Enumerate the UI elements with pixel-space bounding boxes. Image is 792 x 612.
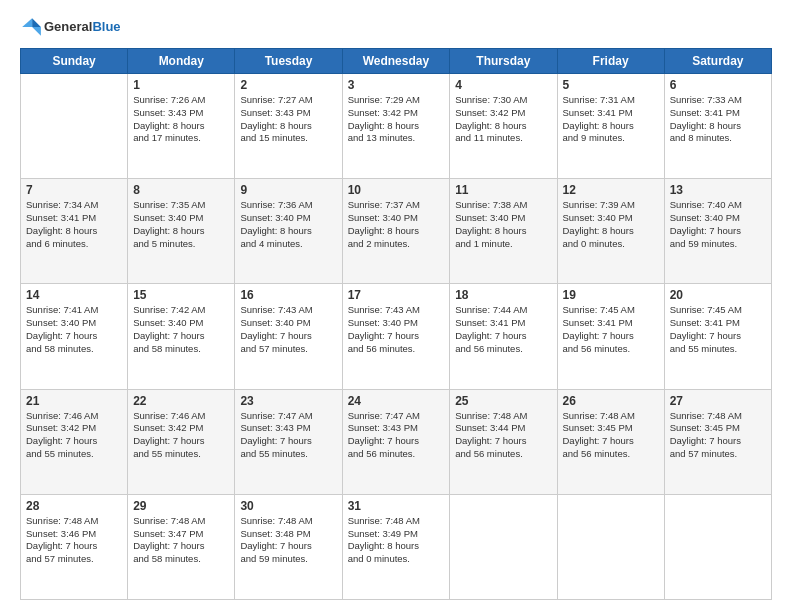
logo-text: GeneralBlue <box>44 19 121 35</box>
day-number: 25 <box>455 394 551 408</box>
calendar-cell: 27Sunrise: 7:48 AMSunset: 3:45 PMDayligh… <box>664 389 771 494</box>
day-number: 1 <box>133 78 229 92</box>
calendar-cell: 25Sunrise: 7:48 AMSunset: 3:44 PMDayligh… <box>450 389 557 494</box>
weekday-header-sunday: Sunday <box>21 49 128 74</box>
day-number: 21 <box>26 394 122 408</box>
calendar-cell: 3Sunrise: 7:29 AMSunset: 3:42 PMDaylight… <box>342 74 450 179</box>
calendar-cell <box>21 74 128 179</box>
day-number: 23 <box>240 394 336 408</box>
day-info: Sunrise: 7:48 AMSunset: 3:48 PMDaylight:… <box>240 515 336 566</box>
calendar-cell: 4Sunrise: 7:30 AMSunset: 3:42 PMDaylight… <box>450 74 557 179</box>
weekday-header-row: SundayMondayTuesdayWednesdayThursdayFrid… <box>21 49 772 74</box>
calendar-cell: 7Sunrise: 7:34 AMSunset: 3:41 PMDaylight… <box>21 179 128 284</box>
calendar-cell: 13Sunrise: 7:40 AMSunset: 3:40 PMDayligh… <box>664 179 771 284</box>
calendar-cell: 12Sunrise: 7:39 AMSunset: 3:40 PMDayligh… <box>557 179 664 284</box>
day-info: Sunrise: 7:47 AMSunset: 3:43 PMDaylight:… <box>348 410 445 461</box>
calendar-cell: 29Sunrise: 7:48 AMSunset: 3:47 PMDayligh… <box>128 494 235 599</box>
calendar-cell: 31Sunrise: 7:48 AMSunset: 3:49 PMDayligh… <box>342 494 450 599</box>
svg-marker-2 <box>22 18 32 27</box>
day-info: Sunrise: 7:48 AMSunset: 3:49 PMDaylight:… <box>348 515 445 566</box>
day-info: Sunrise: 7:46 AMSunset: 3:42 PMDaylight:… <box>26 410 122 461</box>
logo-icon <box>20 16 42 38</box>
day-number: 22 <box>133 394 229 408</box>
day-info: Sunrise: 7:29 AMSunset: 3:42 PMDaylight:… <box>348 94 445 145</box>
day-info: Sunrise: 7:40 AMSunset: 3:40 PMDaylight:… <box>670 199 766 250</box>
day-number: 7 <box>26 183 122 197</box>
day-number: 30 <box>240 499 336 513</box>
day-info: Sunrise: 7:39 AMSunset: 3:40 PMDaylight:… <box>563 199 659 250</box>
day-info: Sunrise: 7:30 AMSunset: 3:42 PMDaylight:… <box>455 94 551 145</box>
calendar-cell <box>450 494 557 599</box>
day-number: 10 <box>348 183 445 197</box>
day-number: 20 <box>670 288 766 302</box>
calendar-cell: 9Sunrise: 7:36 AMSunset: 3:40 PMDaylight… <box>235 179 342 284</box>
day-number: 2 <box>240 78 336 92</box>
calendar-cell: 30Sunrise: 7:48 AMSunset: 3:48 PMDayligh… <box>235 494 342 599</box>
day-info: Sunrise: 7:44 AMSunset: 3:41 PMDaylight:… <box>455 304 551 355</box>
week-row-2: 14Sunrise: 7:41 AMSunset: 3:40 PMDayligh… <box>21 284 772 389</box>
day-number: 27 <box>670 394 766 408</box>
weekday-header-tuesday: Tuesday <box>235 49 342 74</box>
day-info: Sunrise: 7:48 AMSunset: 3:45 PMDaylight:… <box>670 410 766 461</box>
calendar-cell: 5Sunrise: 7:31 AMSunset: 3:41 PMDaylight… <box>557 74 664 179</box>
day-info: Sunrise: 7:31 AMSunset: 3:41 PMDaylight:… <box>563 94 659 145</box>
day-info: Sunrise: 7:42 AMSunset: 3:40 PMDaylight:… <box>133 304 229 355</box>
calendar-cell: 24Sunrise: 7:47 AMSunset: 3:43 PMDayligh… <box>342 389 450 494</box>
calendar-cell: 19Sunrise: 7:45 AMSunset: 3:41 PMDayligh… <box>557 284 664 389</box>
calendar-cell: 17Sunrise: 7:43 AMSunset: 3:40 PMDayligh… <box>342 284 450 389</box>
day-number: 29 <box>133 499 229 513</box>
day-info: Sunrise: 7:41 AMSunset: 3:40 PMDaylight:… <box>26 304 122 355</box>
day-info: Sunrise: 7:35 AMSunset: 3:40 PMDaylight:… <box>133 199 229 250</box>
calendar-cell <box>664 494 771 599</box>
day-number: 28 <box>26 499 122 513</box>
day-number: 5 <box>563 78 659 92</box>
weekday-header-monday: Monday <box>128 49 235 74</box>
day-info: Sunrise: 7:38 AMSunset: 3:40 PMDaylight:… <box>455 199 551 250</box>
week-row-4: 28Sunrise: 7:48 AMSunset: 3:46 PMDayligh… <box>21 494 772 599</box>
day-info: Sunrise: 7:43 AMSunset: 3:40 PMDaylight:… <box>240 304 336 355</box>
calendar-cell: 28Sunrise: 7:48 AMSunset: 3:46 PMDayligh… <box>21 494 128 599</box>
day-info: Sunrise: 7:48 AMSunset: 3:45 PMDaylight:… <box>563 410 659 461</box>
calendar-cell: 6Sunrise: 7:33 AMSunset: 3:41 PMDaylight… <box>664 74 771 179</box>
day-info: Sunrise: 7:37 AMSunset: 3:40 PMDaylight:… <box>348 199 445 250</box>
day-number: 19 <box>563 288 659 302</box>
day-number: 31 <box>348 499 445 513</box>
calendar-cell: 8Sunrise: 7:35 AMSunset: 3:40 PMDaylight… <box>128 179 235 284</box>
weekday-header-friday: Friday <box>557 49 664 74</box>
calendar-cell: 26Sunrise: 7:48 AMSunset: 3:45 PMDayligh… <box>557 389 664 494</box>
day-number: 18 <box>455 288 551 302</box>
calendar-cell: 2Sunrise: 7:27 AMSunset: 3:43 PMDaylight… <box>235 74 342 179</box>
day-number: 16 <box>240 288 336 302</box>
calendar-cell: 14Sunrise: 7:41 AMSunset: 3:40 PMDayligh… <box>21 284 128 389</box>
day-info: Sunrise: 7:27 AMSunset: 3:43 PMDaylight:… <box>240 94 336 145</box>
calendar-cell: 16Sunrise: 7:43 AMSunset: 3:40 PMDayligh… <box>235 284 342 389</box>
day-info: Sunrise: 7:48 AMSunset: 3:44 PMDaylight:… <box>455 410 551 461</box>
day-info: Sunrise: 7:45 AMSunset: 3:41 PMDaylight:… <box>670 304 766 355</box>
day-number: 3 <box>348 78 445 92</box>
day-number: 9 <box>240 183 336 197</box>
day-info: Sunrise: 7:45 AMSunset: 3:41 PMDaylight:… <box>563 304 659 355</box>
day-number: 8 <box>133 183 229 197</box>
page: GeneralBlue SundayMondayTuesdayWednesday… <box>0 0 792 612</box>
weekday-header-thursday: Thursday <box>450 49 557 74</box>
day-info: Sunrise: 7:43 AMSunset: 3:40 PMDaylight:… <box>348 304 445 355</box>
calendar-cell <box>557 494 664 599</box>
day-number: 6 <box>670 78 766 92</box>
svg-marker-1 <box>32 27 41 36</box>
day-number: 17 <box>348 288 445 302</box>
weekday-header-wednesday: Wednesday <box>342 49 450 74</box>
day-number: 13 <box>670 183 766 197</box>
calendar-cell: 23Sunrise: 7:47 AMSunset: 3:43 PMDayligh… <box>235 389 342 494</box>
day-number: 12 <box>563 183 659 197</box>
calendar-cell: 22Sunrise: 7:46 AMSunset: 3:42 PMDayligh… <box>128 389 235 494</box>
day-number: 15 <box>133 288 229 302</box>
day-info: Sunrise: 7:46 AMSunset: 3:42 PMDaylight:… <box>133 410 229 461</box>
week-row-1: 7Sunrise: 7:34 AMSunset: 3:41 PMDaylight… <box>21 179 772 284</box>
svg-marker-0 <box>32 18 41 27</box>
day-info: Sunrise: 7:36 AMSunset: 3:40 PMDaylight:… <box>240 199 336 250</box>
day-number: 14 <box>26 288 122 302</box>
calendar-cell: 1Sunrise: 7:26 AMSunset: 3:43 PMDaylight… <box>128 74 235 179</box>
calendar-cell: 20Sunrise: 7:45 AMSunset: 3:41 PMDayligh… <box>664 284 771 389</box>
logo: GeneralBlue <box>20 16 121 38</box>
day-number: 26 <box>563 394 659 408</box>
